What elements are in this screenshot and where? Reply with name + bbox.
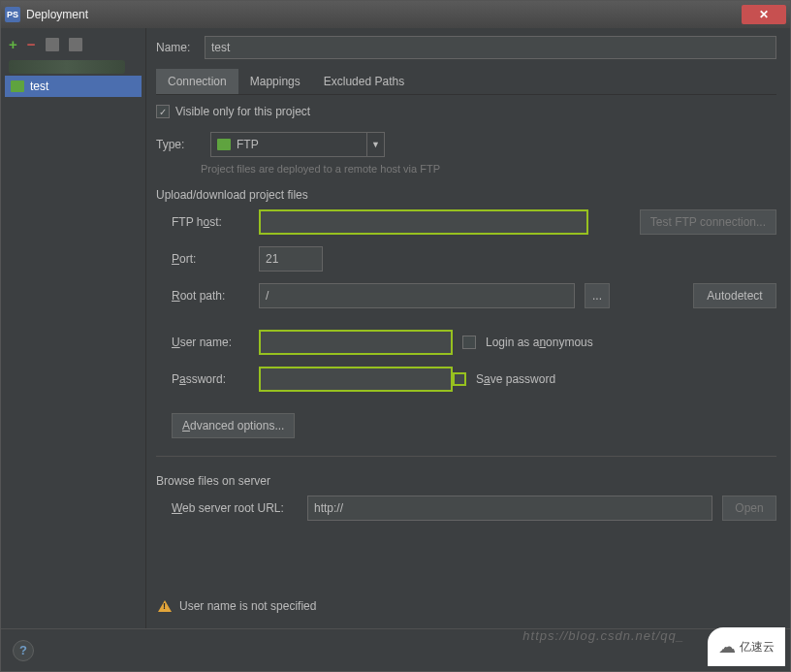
warning-icon <box>158 600 172 612</box>
deployment-item-label: test <box>30 80 48 93</box>
content-area: Name: Connection Mappings Excluded Paths… <box>146 28 790 628</box>
warning-row: User name is not specified <box>156 584 776 628</box>
root-path-label: Root path: <box>172 289 249 303</box>
tab-excluded[interactable]: Excluded Paths <box>312 69 416 94</box>
anonymous-checkbox[interactable] <box>462 336 476 349</box>
save-password-checkbox[interactable] <box>453 372 466 386</box>
tab-mappings[interactable]: Mappings <box>238 69 312 94</box>
sidebar-toolbar: + − <box>5 34 142 58</box>
logo-text: 亿速云 <box>740 639 775 656</box>
add-icon[interactable]: + <box>9 36 17 52</box>
ftp-type-icon <box>217 139 231 150</box>
web-url-input[interactable] <box>307 496 712 521</box>
visible-label: Visible only for this project <box>175 105 310 118</box>
blurred-item <box>9 60 125 74</box>
test-connection-button[interactable]: Test FTP connection... <box>640 209 776 235</box>
visible-checkbox[interactable]: ✓ <box>156 105 170 118</box>
name-label: Name: <box>156 41 205 54</box>
chevron-down-icon: ▼ <box>366 133 384 156</box>
anonymous-label: Login as anonymous <box>486 336 593 349</box>
warning-text: User name is not specified <box>179 599 316 613</box>
deployment-dialog: PS Deployment ✕ + − test Name: <box>0 0 791 672</box>
close-button[interactable]: ✕ <box>742 5 786 24</box>
copy-icon[interactable] <box>46 38 59 51</box>
body: + − test Name: Connection Mappings Exclu… <box>1 28 790 628</box>
cloud-icon: ☁ <box>718 636 736 657</box>
type-label: Type: <box>156 138 201 151</box>
type-hint: Project files are deployed to a remote h… <box>201 163 776 175</box>
port-label: Port: <box>172 252 249 266</box>
root-path-input[interactable] <box>259 283 575 308</box>
corner-logo: ☁ 亿速云 <box>708 627 785 666</box>
remove-icon[interactable]: − <box>27 36 36 52</box>
window-title: Deployment <box>26 8 742 21</box>
app-icon: PS <box>5 7 20 22</box>
name-input[interactable] <box>205 36 776 59</box>
web-url-label: Web server root URL: <box>172 501 298 515</box>
footer: ? OK <box>1 628 790 671</box>
autodetect-button[interactable]: Autodetect <box>693 283 776 308</box>
ftp-host-label: FTP host: <box>172 215 249 229</box>
port-input[interactable] <box>259 246 323 272</box>
username-label: User name: <box>172 336 249 349</box>
password-input[interactable] <box>259 367 453 392</box>
username-input[interactable] <box>259 330 453 355</box>
ftp-icon <box>11 80 24 92</box>
titlebar: PS Deployment ✕ <box>1 1 790 28</box>
password-label: Password: <box>172 372 249 386</box>
ftp-host-input[interactable] <box>259 209 588 235</box>
deployment-item-selected[interactable]: test <box>5 76 142 97</box>
tabs: Connection Mappings Excluded Paths <box>156 69 776 95</box>
save-password-label: Save password <box>476 372 555 386</box>
advanced-options-button[interactable]: Advanced options... <box>172 413 295 438</box>
upload-group-title: Upload/download project files <box>156 188 776 202</box>
tab-connection[interactable]: Connection <box>156 69 238 94</box>
sidebar: + − test <box>1 28 146 628</box>
config-icon[interactable] <box>69 38 82 51</box>
help-button[interactable]: ? <box>13 640 34 661</box>
browse-root-button[interactable]: ... <box>585 283 610 308</box>
type-value: FTP <box>237 138 259 151</box>
type-select[interactable]: FTP ▼ <box>210 132 385 157</box>
browse-group-title: Browse files on server <box>156 474 776 488</box>
open-url-button[interactable]: Open <box>722 496 776 521</box>
